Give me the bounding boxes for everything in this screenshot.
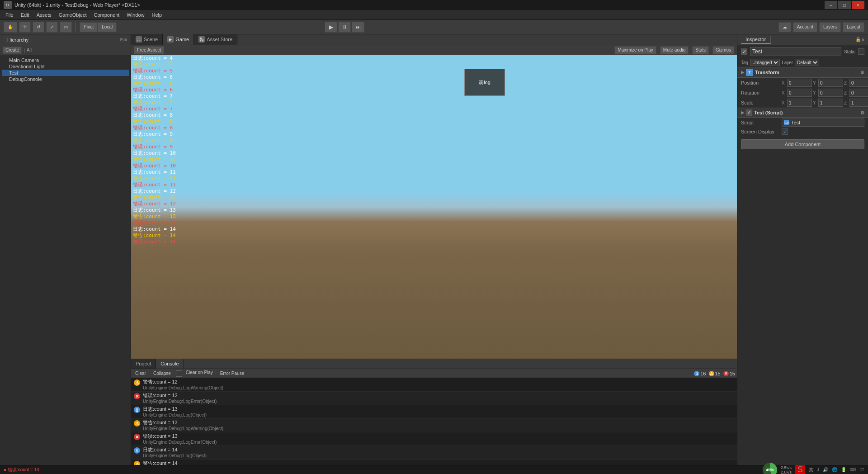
hierarchy-item-debug-console[interactable]: DebugConsole: [2, 76, 129, 82]
mute-audio-button[interactable]: Mute audio: [660, 46, 689, 54]
debug-line: 错误:count = 13: [131, 220, 737, 226]
move-tool-button[interactable]: ✛: [19, 22, 31, 33]
account-button[interactable]: Account: [793, 22, 817, 32]
console-row[interactable]: ⚠ 警告:count = 13 UnityEngine.Debug:LogWar…: [131, 419, 737, 432]
rect-tool-button[interactable]: ▭: [60, 22, 72, 33]
debug-line: 警告:count = 9: [131, 137, 737, 144]
tab-scene[interactable]: ⛶ Scene: [131, 34, 163, 45]
hierarchy-item-test[interactable]: Test: [2, 70, 129, 76]
menu-component[interactable]: Component: [90, 11, 123, 19]
system-tray-icon2: 🌐: [832, 467, 837, 472]
object-active-checkbox[interactable]: ✓: [741, 48, 747, 55]
console-row[interactable]: ℹ 日志:count = 13 UnityEngine.Debug:Log(Ob…: [131, 405, 737, 419]
hierarchy-item-directional-light[interactable]: Directional Light: [2, 63, 129, 70]
transform-section-header[interactable]: ▶ T Transform ⚙: [737, 67, 868, 78]
rotation-x-input[interactable]: [787, 89, 812, 97]
object-name-input[interactable]: [750, 47, 841, 56]
tab-game[interactable]: ▶ Game: [163, 34, 194, 45]
hierarchy-toolbar: Create | All: [0, 45, 131, 55]
debug-line: 错误:count = 6: [131, 87, 737, 93]
step-button[interactable]: ⏭: [352, 22, 364, 33]
dialog-text: 调log: [479, 79, 491, 86]
menu-assets[interactable]: Assets: [33, 11, 55, 19]
console-row[interactable]: ⚠ 警告:count = 12 UnityEngine.Debug:LogWar…: [131, 378, 737, 392]
transform-menu-icon[interactable]: ⚙: [860, 70, 864, 75]
aspect-button[interactable]: Free Aspect: [134, 46, 164, 54]
menu-window[interactable]: Window: [123, 11, 148, 19]
static-checkbox[interactable]: [858, 48, 864, 55]
game-toolbar: Free Aspect Maximize on Play Mute audio …: [131, 45, 737, 55]
gizmos-button[interactable]: Gizmos: [712, 46, 734, 54]
stats-button[interactable]: Stats: [692, 46, 709, 54]
console-row[interactable]: ⚠ 警告:count = 14 UnityEngine.Debug:LogWar…: [131, 460, 737, 465]
script-enable-checkbox[interactable]: ✓: [746, 109, 752, 116]
debug-line: 日志:count = 14: [131, 226, 737, 232]
menu-file[interactable]: File: [2, 11, 17, 19]
screen-display-checkbox[interactable]: ✓: [782, 128, 788, 135]
net-down: 2.8k/s: [781, 470, 792, 474]
scale-tool-button[interactable]: ⤢: [46, 22, 58, 33]
tab-console[interactable]: Console: [156, 359, 184, 369]
console-row[interactable]: ✕ 错误:count = 13 UnityEngine.Debug:LogErr…: [131, 432, 737, 446]
play-button[interactable]: ▶: [325, 22, 337, 33]
local-button[interactable]: Local: [98, 22, 117, 32]
pivot-button[interactable]: Pivot: [80, 22, 98, 32]
position-y-input[interactable]: [818, 79, 843, 87]
minimize-button[interactable]: –: [825, 1, 837, 9]
inspector-lock-icon[interactable]: 🔒: [855, 37, 861, 42]
console-text: 警告:count = 13 UnityEngine.Debug:LogWarni…: [143, 419, 223, 431]
scene-tab-label: Scene: [144, 37, 158, 42]
hierarchy-create-button[interactable]: Create: [3, 47, 22, 54]
tag-select[interactable]: Untagged: [750, 59, 780, 66]
rotation-y-input[interactable]: [818, 89, 843, 97]
add-component-button[interactable]: Add Component: [741, 139, 864, 149]
close-button[interactable]: ×: [852, 1, 864, 9]
tab-inspector[interactable]: Inspector: [741, 36, 771, 44]
window-title: Unity (64bit) - 1.unity - TestDebug - We…: [14, 2, 825, 8]
play-controls: ▶ ⏸ ⏭: [325, 22, 364, 33]
game-tab-label: Game: [175, 37, 189, 42]
menu-help[interactable]: Help: [148, 11, 165, 19]
hierarchy-item-main-camera[interactable]: Main Camera: [2, 57, 129, 63]
scale-x-input[interactable]: [787, 99, 812, 107]
script-menu-icon[interactable]: ⚙: [860, 110, 864, 115]
hierarchy-tab[interactable]: Hierarchy: [4, 36, 32, 44]
rotate-tool-button[interactable]: ↺: [33, 22, 44, 33]
rz-label: Z: [844, 90, 849, 95]
clear-on-play-checkbox[interactable]: [176, 370, 182, 377]
object-name-row: ✓ Static: [737, 45, 868, 58]
tab-project[interactable]: Project: [131, 359, 156, 369]
console-clear-button[interactable]: Clear: [133, 370, 148, 377]
menu-edit[interactable]: Edit: [17, 11, 33, 19]
tab-asset-store[interactable]: 🏪 Asset Store: [194, 34, 237, 45]
console-text: 警告:count = 12 UnityEngine.Debug:LogWarni…: [143, 379, 223, 390]
rotation-z-input[interactable]: [849, 89, 868, 97]
game-dialog: 调log: [464, 69, 505, 96]
scale-y: Y: [813, 99, 843, 107]
console-row[interactable]: ℹ 日志:count = 14 UnityEngine.Debug:Log(Ob…: [131, 446, 737, 460]
inspector-menu-icon[interactable]: ≡: [862, 37, 864, 42]
scale-y-input[interactable]: [818, 99, 843, 107]
maximize-on-play-button[interactable]: Maximize on Play: [614, 46, 656, 54]
pause-button[interactable]: ⏸: [338, 22, 351, 33]
error-pause-button[interactable]: Error Pause: [218, 370, 246, 377]
position-x-input[interactable]: [787, 79, 812, 87]
cloud-button[interactable]: ☁: [778, 22, 791, 32]
perf-circle: 45%: [763, 463, 777, 474]
tag-label: Tag: [741, 60, 748, 65]
maximize-button[interactable]: □: [838, 1, 851, 9]
hierarchy-all-filter[interactable]: All: [27, 47, 32, 52]
console-collapse-button[interactable]: Collapse: [151, 370, 173, 377]
console-message: 日志:count = 13: [143, 406, 207, 412]
layers-button[interactable]: Layers: [819, 22, 841, 32]
scale-z-input[interactable]: [849, 99, 868, 107]
console-message: 警告:count = 12: [143, 379, 223, 385]
position-z-input[interactable]: [849, 79, 868, 87]
layout-button[interactable]: Layout: [843, 22, 864, 32]
console-row[interactable]: ✕ 错误:count = 12 UnityEngine.Debug:LogErr…: [131, 392, 737, 405]
warn-count-badge: ⚠ 15: [709, 371, 721, 376]
script-section-header[interactable]: ▶ ✓ Test (Script) ⚙: [737, 108, 868, 118]
menu-gameobject[interactable]: GameObject: [55, 11, 90, 19]
layer-select[interactable]: Default: [795, 59, 819, 66]
hand-tool-button[interactable]: ✋: [4, 22, 17, 33]
